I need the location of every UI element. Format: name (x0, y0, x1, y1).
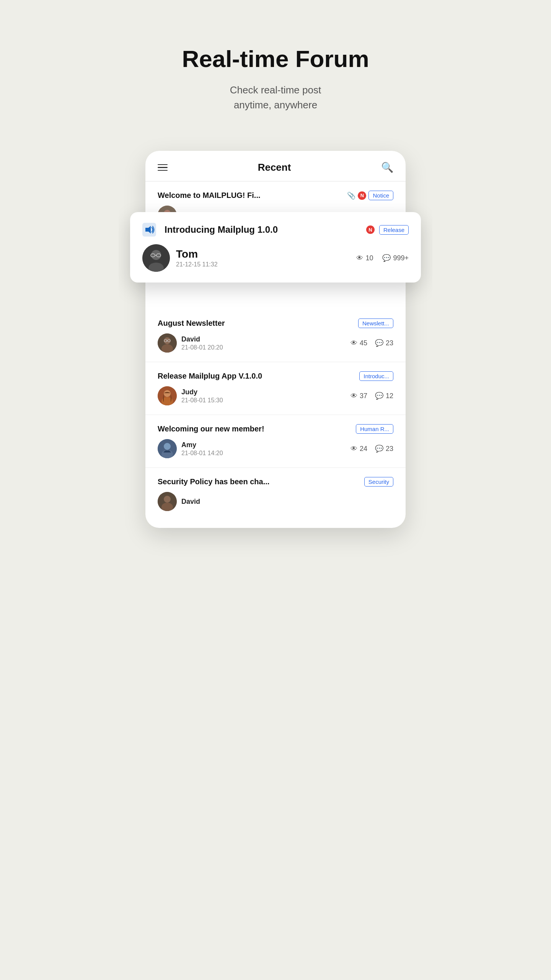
views-member: 24 (360, 445, 367, 453)
author-david: David (181, 335, 223, 343)
comments-icon-member: 💬 (375, 444, 383, 453)
new-badge-highlighted: N (366, 225, 375, 234)
search-icon[interactable]: 🔍 (381, 162, 393, 173)
views-release: 37 (360, 392, 367, 400)
comments-member: 23 (386, 445, 393, 453)
svg-point-21 (164, 443, 171, 450)
views-icon-newsletter: 👁 (350, 339, 357, 347)
human-r-badge: Human R... (356, 424, 393, 434)
comments-icon-release: 💬 (375, 392, 383, 400)
hero-title: Real-time Forum (134, 46, 417, 72)
header-title: Recent (258, 162, 291, 173)
post-title-security: Security Policy has been cha... (158, 477, 360, 486)
highlighted-author-info: Tom 21-12-15 11:32 (176, 248, 350, 268)
views-icon-release: 👁 (350, 392, 357, 400)
highlighted-post-title: Introducing Mailplug 1.0.0 (165, 224, 362, 235)
new-badge: N (358, 191, 366, 200)
post-item-security[interactable]: Security Policy has been cha... Security… (145, 468, 406, 520)
security-badge: Security (364, 477, 393, 487)
newsletter-badge: Newslett... (358, 318, 393, 328)
speaker-icon (142, 223, 156, 237)
post-title-welcome-member: Welcoming our new member! (158, 425, 352, 433)
svg-point-18 (164, 390, 171, 397)
attachment-icon: 📎 (347, 191, 355, 200)
author-david2: David (181, 498, 200, 506)
highlighted-stats: 👁 10 💬 999+ (356, 254, 409, 262)
hero-section: Real-time Forum Check real-time postanyt… (119, 0, 432, 136)
post-item-welcome-member[interactable]: Welcoming our new member! Human R... (145, 415, 406, 468)
comments-release: 12 (386, 392, 393, 400)
comments-newsletter: 23 (386, 339, 393, 347)
hero-subtitle: Check real-time postanytime, anywhere (134, 83, 417, 113)
notice-badge: Notice (368, 191, 393, 200)
views-icon-member: 👁 (350, 445, 357, 453)
highlighted-post-date: 21-12-15 11:32 (176, 261, 350, 268)
comments-count: 999+ (393, 254, 409, 262)
svg-point-24 (164, 496, 171, 503)
introduc-badge: Introduc... (359, 371, 393, 381)
post-title-release: Release Mailplug App V.1.0.0 (158, 372, 355, 381)
avatar-david (158, 333, 177, 353)
author-amy: Amy (181, 441, 223, 449)
tag-icons: 📎 N Notice (347, 191, 393, 200)
app-header: Recent 🔍 (145, 151, 406, 181)
post-item-newsletter[interactable]: August Newsletter Newslett... (145, 309, 406, 362)
post-item-release[interactable]: Release Mailplug App V.1.0.0 Introduc... (145, 362, 406, 415)
comments-icon-newsletter: 💬 (375, 339, 383, 347)
release-badge: Release (379, 225, 409, 235)
avatar-david2 (158, 492, 177, 511)
views-newsletter: 45 (360, 339, 367, 347)
post-title-newsletter: August Newsletter (158, 319, 354, 328)
avatar-judy (158, 386, 177, 405)
hamburger-menu[interactable] (158, 164, 168, 171)
app-container: Recent 🔍 Welcome to MAILPLUG! Fi... 📎 N … (145, 151, 406, 528)
comments-icon: 💬 (382, 254, 391, 262)
author-judy: Judy (181, 388, 223, 396)
avatar-amy (158, 439, 177, 458)
svg-point-6 (151, 250, 161, 260)
date-release: 21-08-01 15:30 (181, 397, 223, 404)
highlighted-post-card[interactable]: Introducing Mailplug 1.0.0 N Release Tom… (130, 212, 421, 283)
date-welcome-member: 21-08-01 14:20 (181, 450, 223, 457)
avatar-tom (142, 244, 170, 272)
views-icon: 👁 (356, 254, 363, 262)
views-count: 10 (365, 254, 373, 262)
author-tom: Tom (176, 248, 350, 260)
post-title: Welcome to MAILPLUG! Fi... (158, 191, 343, 200)
date-newsletter: 21-08-01 20:20 (181, 344, 223, 351)
